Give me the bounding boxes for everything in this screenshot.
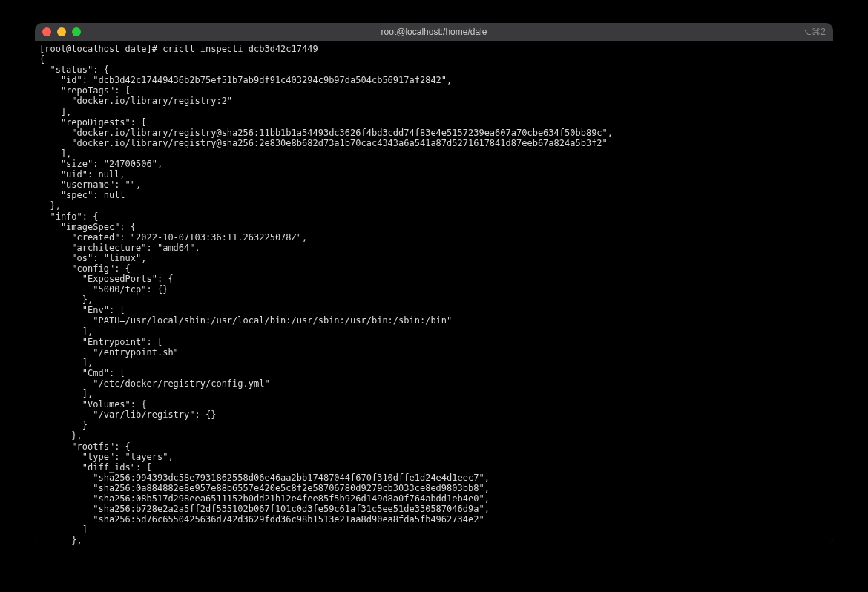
close-icon[interactable] bbox=[42, 27, 51, 36]
terminal-content[interactable]: [root@localhost dale]# crictl inspecti d… bbox=[35, 41, 833, 545]
minimize-icon[interactable] bbox=[57, 27, 66, 36]
titlebar: root@localhost:/home/dale ⌥⌘2 bbox=[35, 23, 833, 41]
terminal-window: root@localhost:/home/dale ⌥⌘2 [root@loca… bbox=[35, 23, 833, 545]
window-title: root@localhost:/home/dale bbox=[35, 27, 833, 37]
zoom-icon[interactable] bbox=[72, 27, 81, 36]
traffic-lights bbox=[35, 27, 81, 36]
window-shortcut: ⌥⌘2 bbox=[801, 27, 826, 37]
